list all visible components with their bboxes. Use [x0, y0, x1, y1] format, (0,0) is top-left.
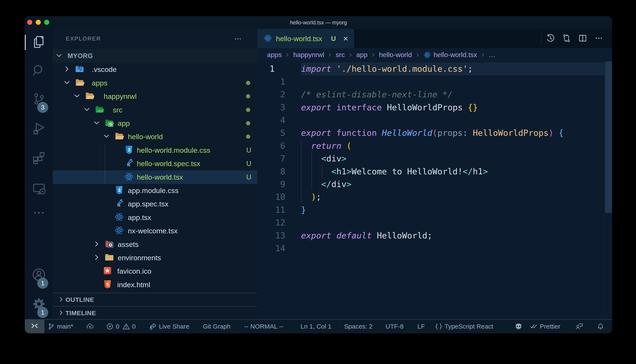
line-number: 14 [270, 242, 285, 254]
line-number: 6 [270, 139, 285, 152]
editor-group: hello-world.tsx U × appshappynrwlsrcapph… [257, 29, 612, 319]
code-line-text: export function HelloWorld(props: HelloW… [301, 126, 564, 139]
svg-text:TS: TS [117, 204, 120, 207]
breadcrumb-item[interactable]: app [356, 51, 367, 59]
status-label: Live Share [159, 323, 189, 330]
tree-item-favicon-ico[interactable]: favicon.ico [53, 264, 257, 278]
activity-bar-item-settings[interactable]: 1 [25, 290, 53, 318]
editor-scrollbar[interactable] [604, 62, 612, 319]
folder-src-icon: </> [95, 104, 104, 115]
status-item-git-graph[interactable]: Git Graph [203, 320, 231, 333]
tree-item-label: .vscode [92, 65, 117, 74]
editor-action-open-changes[interactable] [562, 34, 571, 44]
code-line: 5export function HelloWorld(props: Hello… [257, 126, 612, 139]
section-label: TIMELINE [65, 310, 96, 317]
code-editor[interactable]: 1import './hello-world.module.css';12/* … [257, 62, 612, 319]
status-item-cursor-position[interactable]: Ln 1, Col 1 [301, 320, 331, 333]
status-item-prettier[interactable]: Prettier [530, 320, 560, 333]
tree-item-environments[interactable]: environments [53, 251, 257, 264]
breadcrumb-symbol-tail[interactable]: … [489, 51, 495, 59]
error-icon [106, 323, 114, 330]
activity-bar-item-run-debug[interactable] [25, 115, 53, 143]
activity-badge: 1 [37, 278, 48, 289]
history-icon [546, 40, 555, 43]
activity-bar-item-search[interactable] [25, 57, 53, 85]
code-line-text: return ( [301, 139, 352, 152]
chevron-right-icon [57, 296, 65, 304]
status-item-feedback[interactable] [575, 320, 583, 333]
status-item-encoding[interactable]: UTF-8 [385, 320, 404, 333]
tree-item-assets[interactable]: assets [53, 238, 257, 251]
code-line: 4 [257, 114, 612, 126]
breadcrumb-item-file[interactable]: hello-world.tsx [423, 51, 477, 59]
code-line-text: export default HelloWorld; [301, 229, 432, 242]
tree-item-src[interactable]: </>src [53, 103, 257, 117]
sidebar-section-timeline[interactable]: TIMELINE [53, 306, 257, 320]
breadcrumb-chevron-icon [415, 52, 420, 58]
scrollbar-slider[interactable] [605, 62, 612, 213]
tree-item-label: assets [118, 240, 138, 248]
tree-indent-guide [105, 144, 105, 184]
tree-item-hello-world-tsx[interactable]: hello-world.tsxU [53, 170, 257, 184]
activity-bar-item-extensions[interactable] [25, 145, 53, 173]
status-item-live-share[interactable]: Live Share [149, 320, 189, 333]
code-line: 12 [257, 216, 612, 229]
activity-bar-item-accounts[interactable]: 1 [25, 261, 53, 289]
tree-item-hello-world-spec-tsx[interactable]: TShello-world.spec.tsxU [53, 157, 257, 170]
tree-item-app-module-css[interactable]: 3app.module.css [53, 184, 257, 197]
status-item-vim-mode[interactable]: -- NORMAL -- [244, 320, 283, 333]
status-item-eol[interactable]: LF [417, 320, 425, 333]
status-item-indentation[interactable]: Spaces: 2 [344, 320, 372, 333]
status-item-notifications[interactable] [597, 320, 604, 333]
status-item-sync[interactable] [86, 320, 94, 333]
breadcrumb-item[interactable]: hello-world [379, 51, 412, 59]
code-line: 6 return ( [257, 139, 612, 152]
svg-text:</>: </> [97, 109, 103, 113]
code-line: 2/* eslint-disable-next-line */ [257, 88, 612, 101]
status-item-language-mode[interactable]: TypeScript React [435, 320, 493, 333]
line-number: 1 [270, 75, 285, 88]
bell-icon [597, 323, 604, 330]
tree-item-app-spec-tsx[interactable]: TSapp.spec.tsx [53, 197, 257, 211]
activity-bar-item-more[interactable] [25, 199, 53, 227]
svg-text:3: 3 [128, 147, 130, 152]
compare-icon [562, 40, 571, 43]
tree-item-happynrwl[interactable]: happynrwl [53, 90, 257, 103]
remote-indicator[interactable] [25, 320, 44, 333]
editor-action-split-editor[interactable] [578, 34, 587, 44]
activity-bar-item-source-control[interactable]: 3 [25, 85, 53, 113]
activity-bar-item-explorer[interactable] [25, 28, 53, 56]
tree-item-nx-welcome-tsx[interactable]: nx-welcome.tsx [53, 224, 257, 238]
status-item-branch[interactable]: main* [47, 320, 73, 333]
tree-item-index-html[interactable]: 5index.html [53, 278, 257, 292]
tree-item-hello-world[interactable]: hello-world [53, 130, 257, 144]
tree-item--vscode[interactable]: .vscode [53, 62, 257, 76]
folder-open-icon [85, 91, 95, 102]
tree-item-app-tsx[interactable]: app.tsx [53, 211, 257, 224]
sidebar-more-actions-button[interactable] [234, 34, 242, 44]
breadcrumb-chevron-icon [370, 52, 376, 58]
search-icon [32, 64, 46, 78]
breadcrumb-item[interactable]: src [336, 51, 345, 59]
tab-hello-world-tsx[interactable]: hello-world.tsx U × [257, 29, 354, 48]
sidebar-section-outline[interactable]: OUTLINE [53, 293, 257, 306]
status-item-github[interactable] [515, 320, 522, 333]
tree-item-hello-world-module-css[interactable]: 3hello-world.module.cssU [53, 144, 257, 157]
editor-action-open-timeline[interactable] [546, 34, 555, 44]
ellipsis-icon [32, 206, 46, 220]
status-item-problems[interactable]: 0 0 [106, 320, 135, 333]
css-icon: 3 [124, 145, 134, 156]
tree-item-apps[interactable]: apps [53, 76, 257, 90]
breadcrumb-item[interactable]: apps [267, 51, 282, 59]
tab-close-button[interactable]: × [341, 34, 350, 43]
line-number: 12 [270, 216, 285, 229]
tree-root-myorg[interactable]: MYORG [53, 49, 257, 63]
titlebar: hello-world.tsx — myorg [25, 16, 612, 29]
breadcrumb-item[interactable]: happynrwl [293, 51, 324, 59]
code-line-text: /* eslint-disable-next-line */ [301, 88, 453, 101]
tree-item-label: environments [118, 254, 161, 262]
svg-text:5: 5 [106, 282, 109, 287]
editor-action-more-actions[interactable] [594, 34, 603, 44]
tree-item-app[interactable]: app [53, 116, 257, 130]
warning-icon [122, 323, 130, 330]
